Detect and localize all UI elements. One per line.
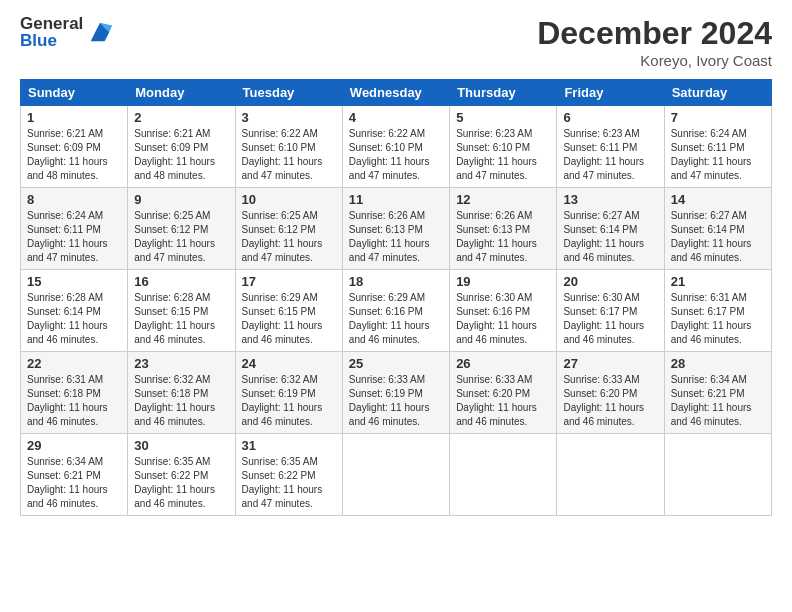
day-info: Sunrise: 6:24 AMSunset: 6:11 PMDaylight:…: [27, 210, 108, 263]
day-number: 19: [456, 274, 550, 289]
calendar-week-2: 8 Sunrise: 6:24 AMSunset: 6:11 PMDayligh…: [21, 188, 772, 270]
table-row: 26 Sunrise: 6:33 AMSunset: 6:20 PMDaylig…: [450, 352, 557, 434]
day-number: 1: [27, 110, 121, 125]
table-row: [664, 434, 771, 516]
day-info: Sunrise: 6:31 AMSunset: 6:18 PMDaylight:…: [27, 374, 108, 427]
day-number: 29: [27, 438, 121, 453]
table-row: [450, 434, 557, 516]
table-row: 3 Sunrise: 6:22 AMSunset: 6:10 PMDayligh…: [235, 106, 342, 188]
day-number: 6: [563, 110, 657, 125]
table-row: 6 Sunrise: 6:23 AMSunset: 6:11 PMDayligh…: [557, 106, 664, 188]
day-number: 8: [27, 192, 121, 207]
table-row: 2 Sunrise: 6:21 AMSunset: 6:09 PMDayligh…: [128, 106, 235, 188]
calendar-header-row: Sunday Monday Tuesday Wednesday Thursday…: [21, 80, 772, 106]
day-info: Sunrise: 6:26 AMSunset: 6:13 PMDaylight:…: [349, 210, 430, 263]
day-number: 3: [242, 110, 336, 125]
header-saturday: Saturday: [664, 80, 771, 106]
table-row: 25 Sunrise: 6:33 AMSunset: 6:19 PMDaylig…: [342, 352, 449, 434]
day-info: Sunrise: 6:35 AMSunset: 6:22 PMDaylight:…: [134, 456, 215, 509]
table-row: 1 Sunrise: 6:21 AMSunset: 6:09 PMDayligh…: [21, 106, 128, 188]
header-monday: Monday: [128, 80, 235, 106]
table-row: 17 Sunrise: 6:29 AMSunset: 6:15 PMDaylig…: [235, 270, 342, 352]
day-number: 14: [671, 192, 765, 207]
header-thursday: Thursday: [450, 80, 557, 106]
day-info: Sunrise: 6:29 AMSunset: 6:15 PMDaylight:…: [242, 292, 323, 345]
table-row: 28 Sunrise: 6:34 AMSunset: 6:21 PMDaylig…: [664, 352, 771, 434]
table-row: 4 Sunrise: 6:22 AMSunset: 6:10 PMDayligh…: [342, 106, 449, 188]
day-info: Sunrise: 6:27 AMSunset: 6:14 PMDaylight:…: [563, 210, 644, 263]
table-row: 11 Sunrise: 6:26 AMSunset: 6:13 PMDaylig…: [342, 188, 449, 270]
table-row: [342, 434, 449, 516]
location: Koreyo, Ivory Coast: [537, 52, 772, 69]
header: General Blue December 2024 Koreyo, Ivory…: [20, 15, 772, 69]
table-row: 30 Sunrise: 6:35 AMSunset: 6:22 PMDaylig…: [128, 434, 235, 516]
day-info: Sunrise: 6:34 AMSunset: 6:21 PMDaylight:…: [671, 374, 752, 427]
logo-text: General Blue: [20, 15, 83, 49]
table-row: 21 Sunrise: 6:31 AMSunset: 6:17 PMDaylig…: [664, 270, 771, 352]
table-row: 31 Sunrise: 6:35 AMSunset: 6:22 PMDaylig…: [235, 434, 342, 516]
day-number: 16: [134, 274, 228, 289]
title-section: December 2024 Koreyo, Ivory Coast: [537, 15, 772, 69]
day-info: Sunrise: 6:22 AMSunset: 6:10 PMDaylight:…: [349, 128, 430, 181]
day-number: 30: [134, 438, 228, 453]
table-row: 19 Sunrise: 6:30 AMSunset: 6:16 PMDaylig…: [450, 270, 557, 352]
day-number: 12: [456, 192, 550, 207]
calendar-week-4: 22 Sunrise: 6:31 AMSunset: 6:18 PMDaylig…: [21, 352, 772, 434]
day-number: 31: [242, 438, 336, 453]
day-number: 10: [242, 192, 336, 207]
day-info: Sunrise: 6:23 AMSunset: 6:10 PMDaylight:…: [456, 128, 537, 181]
table-row: 5 Sunrise: 6:23 AMSunset: 6:10 PMDayligh…: [450, 106, 557, 188]
table-row: 27 Sunrise: 6:33 AMSunset: 6:20 PMDaylig…: [557, 352, 664, 434]
table-row: 15 Sunrise: 6:28 AMSunset: 6:14 PMDaylig…: [21, 270, 128, 352]
table-row: 7 Sunrise: 6:24 AMSunset: 6:11 PMDayligh…: [664, 106, 771, 188]
day-info: Sunrise: 6:32 AMSunset: 6:18 PMDaylight:…: [134, 374, 215, 427]
page: General Blue December 2024 Koreyo, Ivory…: [0, 0, 792, 612]
table-row: 29 Sunrise: 6:34 AMSunset: 6:21 PMDaylig…: [21, 434, 128, 516]
day-info: Sunrise: 6:29 AMSunset: 6:16 PMDaylight:…: [349, 292, 430, 345]
day-number: 28: [671, 356, 765, 371]
day-info: Sunrise: 6:27 AMSunset: 6:14 PMDaylight:…: [671, 210, 752, 263]
table-row: [557, 434, 664, 516]
table-row: 10 Sunrise: 6:25 AMSunset: 6:12 PMDaylig…: [235, 188, 342, 270]
table-row: 22 Sunrise: 6:31 AMSunset: 6:18 PMDaylig…: [21, 352, 128, 434]
header-friday: Friday: [557, 80, 664, 106]
day-number: 15: [27, 274, 121, 289]
day-number: 22: [27, 356, 121, 371]
day-number: 7: [671, 110, 765, 125]
day-number: 25: [349, 356, 443, 371]
logo: General Blue: [20, 15, 114, 49]
day-info: Sunrise: 6:28 AMSunset: 6:14 PMDaylight:…: [27, 292, 108, 345]
table-row: 13 Sunrise: 6:27 AMSunset: 6:14 PMDaylig…: [557, 188, 664, 270]
header-wednesday: Wednesday: [342, 80, 449, 106]
month-title: December 2024: [537, 15, 772, 52]
calendar-week-5: 29 Sunrise: 6:34 AMSunset: 6:21 PMDaylig…: [21, 434, 772, 516]
day-info: Sunrise: 6:21 AMSunset: 6:09 PMDaylight:…: [134, 128, 215, 181]
calendar-week-1: 1 Sunrise: 6:21 AMSunset: 6:09 PMDayligh…: [21, 106, 772, 188]
table-row: 20 Sunrise: 6:30 AMSunset: 6:17 PMDaylig…: [557, 270, 664, 352]
day-info: Sunrise: 6:21 AMSunset: 6:09 PMDaylight:…: [27, 128, 108, 181]
day-number: 21: [671, 274, 765, 289]
day-number: 24: [242, 356, 336, 371]
day-number: 11: [349, 192, 443, 207]
day-number: 23: [134, 356, 228, 371]
logo-general: General: [20, 15, 83, 32]
table-row: 23 Sunrise: 6:32 AMSunset: 6:18 PMDaylig…: [128, 352, 235, 434]
day-info: Sunrise: 6:35 AMSunset: 6:22 PMDaylight:…: [242, 456, 323, 509]
logo-blue: Blue: [20, 32, 83, 49]
day-number: 20: [563, 274, 657, 289]
day-info: Sunrise: 6:33 AMSunset: 6:20 PMDaylight:…: [563, 374, 644, 427]
day-info: Sunrise: 6:25 AMSunset: 6:12 PMDaylight:…: [242, 210, 323, 263]
day-info: Sunrise: 6:28 AMSunset: 6:15 PMDaylight:…: [134, 292, 215, 345]
table-row: 12 Sunrise: 6:26 AMSunset: 6:13 PMDaylig…: [450, 188, 557, 270]
day-info: Sunrise: 6:31 AMSunset: 6:17 PMDaylight:…: [671, 292, 752, 345]
day-number: 18: [349, 274, 443, 289]
day-number: 4: [349, 110, 443, 125]
day-number: 13: [563, 192, 657, 207]
day-info: Sunrise: 6:33 AMSunset: 6:19 PMDaylight:…: [349, 374, 430, 427]
day-number: 17: [242, 274, 336, 289]
table-row: 18 Sunrise: 6:29 AMSunset: 6:16 PMDaylig…: [342, 270, 449, 352]
day-info: Sunrise: 6:26 AMSunset: 6:13 PMDaylight:…: [456, 210, 537, 263]
day-info: Sunrise: 6:32 AMSunset: 6:19 PMDaylight:…: [242, 374, 323, 427]
day-info: Sunrise: 6:22 AMSunset: 6:10 PMDaylight:…: [242, 128, 323, 181]
day-info: Sunrise: 6:24 AMSunset: 6:11 PMDaylight:…: [671, 128, 752, 181]
